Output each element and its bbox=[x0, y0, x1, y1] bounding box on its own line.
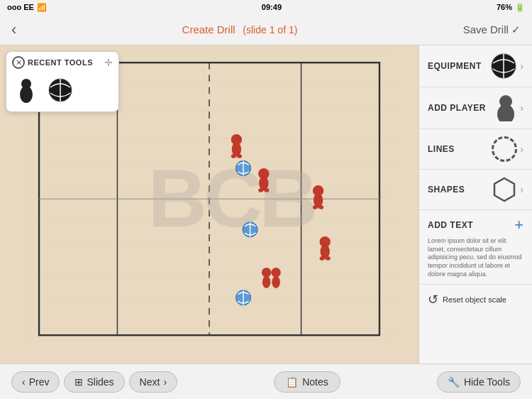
recent-tools-panel: ✕ RECENT TOOLS ✛ bbox=[6, 51, 119, 112]
nav-bar: ‹ Create Drill (slide 1 of 1) Save Drill… bbox=[0, 14, 532, 45]
sidebar-item-shapes[interactable]: SHAPES › bbox=[419, 170, 532, 210]
notes-button[interactable]: 📋 Notes bbox=[274, 371, 340, 393]
sidebar-item-player-left: ADD PLAYER bbox=[428, 103, 486, 113]
nav-title: Create Drill (slide 1 of 1) bbox=[182, 23, 298, 37]
back-button[interactable]: ‹ bbox=[11, 21, 16, 39]
battery-icon: 🔋 bbox=[515, 3, 525, 12]
svg-point-44 bbox=[20, 86, 33, 103]
add-player-chevron-icon: › bbox=[520, 102, 523, 114]
court-area[interactable]: BCB bbox=[0, 45, 419, 364]
lines-dashed-circle-icon bbox=[492, 136, 517, 162]
notes-icon: 📋 bbox=[286, 376, 298, 388]
status-bar: ooo EE 📶 09:49 76% 🔋 bbox=[0, 0, 532, 14]
add-text-placeholder: Lorem ipsum dolor sit er elit lamet, con… bbox=[428, 237, 523, 278]
wifi-icon: 📶 bbox=[37, 3, 47, 12]
reset-scale-button[interactable]: ↺ Reset object scale bbox=[419, 285, 532, 315]
status-right: 76% 🔋 bbox=[497, 3, 525, 12]
slides-icon: ⊞ bbox=[74, 376, 83, 388]
prev-label: Prev bbox=[29, 376, 50, 388]
sidebar-item-equipment-left: EQUIPMENT bbox=[428, 61, 482, 71]
add-text-plus-button[interactable]: + bbox=[514, 216, 523, 234]
sidebar-item-lines[interactable]: LINES › bbox=[419, 129, 532, 170]
sidebar-item-lines-left: LINES bbox=[428, 144, 455, 154]
equipment-volleyball-icon bbox=[490, 53, 517, 80]
hide-tools-label: Hide Tools bbox=[464, 376, 510, 388]
carrier-text: ooo EE bbox=[7, 3, 34, 11]
next-label: Next bbox=[140, 376, 160, 388]
status-left: ooo EE 📶 bbox=[7, 3, 47, 12]
svg-point-35 bbox=[271, 268, 280, 277]
equipment-label: EQUIPMENT bbox=[428, 61, 482, 71]
svg-point-33 bbox=[262, 268, 271, 277]
toolbar-left-group: ‹ Prev ⊞ Slides Next › bbox=[11, 371, 177, 393]
svg-point-50 bbox=[497, 104, 514, 121]
shapes-right: › bbox=[492, 177, 523, 202]
svg-point-26 bbox=[314, 193, 323, 207]
add-player-person-icon bbox=[494, 94, 517, 121]
sidebar-item-shapes-left: SHAPES bbox=[428, 185, 465, 195]
notes-label: Notes bbox=[302, 376, 328, 388]
reset-scale-label: Reset object scale bbox=[443, 295, 506, 304]
svg-text:BCB: BCB bbox=[148, 153, 315, 244]
next-chevron-icon: › bbox=[163, 376, 167, 388]
recent-tools-label: RECENT TOOLS bbox=[28, 58, 93, 67]
recent-tools-items bbox=[12, 73, 113, 107]
hide-tools-icon: 🔧 bbox=[448, 376, 460, 388]
svg-point-30 bbox=[320, 244, 329, 258]
close-icon: ✕ bbox=[16, 58, 22, 67]
prev-button[interactable]: ‹ Prev bbox=[11, 371, 60, 393]
toolbar-right-group: 🔧 Hide Tools bbox=[437, 371, 521, 393]
prev-chevron-icon: ‹ bbox=[22, 376, 26, 388]
close-panel-button[interactable]: ✕ bbox=[12, 56, 25, 69]
player-right: › bbox=[494, 94, 523, 121]
svg-point-18 bbox=[232, 142, 241, 155]
player-tool-icon bbox=[13, 77, 39, 103]
sidebar-item-add-player[interactable]: ADD PLAYER › bbox=[419, 87, 532, 129]
recent-tool-volleyball[interactable] bbox=[46, 76, 74, 104]
lines-right: › bbox=[492, 136, 523, 162]
save-drill-button[interactable]: Save Drill ✓ bbox=[463, 23, 521, 36]
recent-tools-left: ✕ RECENT TOOLS bbox=[12, 56, 93, 69]
svg-point-22 bbox=[259, 176, 268, 190]
equipment-chevron-icon: › bbox=[520, 60, 523, 72]
equipment-right: › bbox=[490, 53, 523, 80]
next-button[interactable]: Next › bbox=[129, 371, 177, 393]
battery-text: 76% bbox=[497, 3, 512, 11]
recent-tool-player[interactable] bbox=[12, 76, 40, 104]
toolbar-center-group: 📋 Notes bbox=[274, 371, 340, 393]
shapes-label: SHAPES bbox=[428, 185, 465, 195]
recent-tools-header: ✕ RECENT TOOLS ✛ bbox=[12, 56, 113, 69]
hide-tools-button[interactable]: 🔧 Hide Tools bbox=[437, 371, 521, 393]
slides-button[interactable]: ⊞ Slides bbox=[64, 371, 124, 393]
main-content: BCB bbox=[0, 45, 532, 364]
lines-label: LINES bbox=[428, 144, 455, 154]
right-sidebar: EQUIPMENT › ADD PLAYER bbox=[419, 45, 532, 364]
slides-label: Slides bbox=[87, 376, 113, 388]
add-player-label: ADD PLAYER bbox=[428, 103, 486, 113]
bottom-toolbar: ‹ Prev ⊞ Slides Next › 📋 Notes 🔧 Hide To… bbox=[0, 364, 532, 399]
svg-marker-51 bbox=[494, 178, 514, 201]
add-text-header: ADD TEXT + bbox=[428, 216, 523, 234]
svg-point-34 bbox=[262, 276, 271, 288]
sidebar-item-equipment[interactable]: EQUIPMENT › bbox=[419, 45, 532, 87]
reset-icon: ↺ bbox=[428, 292, 438, 307]
time-display: 09:49 bbox=[262, 3, 282, 11]
lines-chevron-icon: › bbox=[520, 143, 523, 155]
add-text-section: ADD TEXT + Lorem ipsum dolor sit er elit… bbox=[419, 210, 532, 285]
nav-subtitle: (slide 1 of 1) bbox=[243, 24, 297, 35]
add-text-label: ADD TEXT bbox=[428, 220, 473, 230]
svg-point-36 bbox=[272, 276, 280, 288]
shapes-chevron-icon: › bbox=[520, 184, 523, 195]
move-handle-icon[interactable]: ✛ bbox=[104, 57, 113, 68]
volleyball-tool-icon bbox=[48, 77, 73, 103]
shapes-hexagon-icon bbox=[492, 177, 517, 202]
